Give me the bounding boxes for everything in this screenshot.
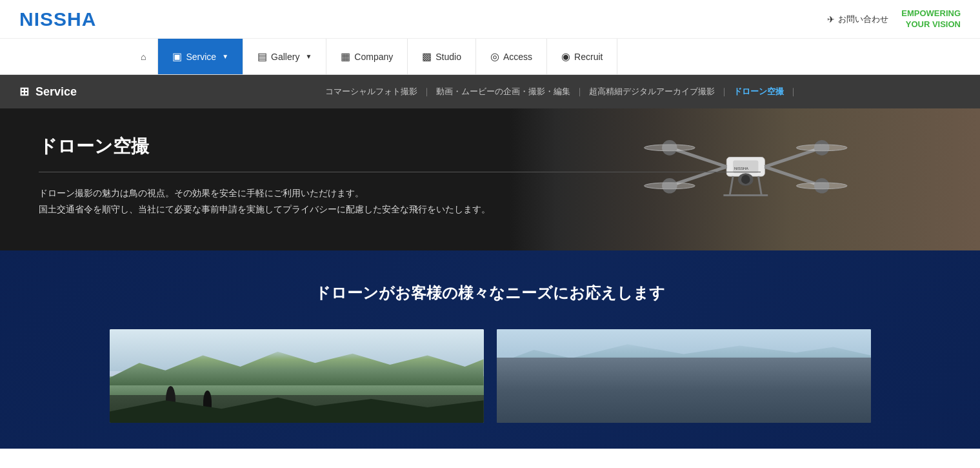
hero-section: NISSHA ドローン空撮 ドローン撮影の魅力は鳥の視点。その効果を安全に手軽に…	[0, 108, 980, 250]
blue-section: ドローンがお客様の様々なニーズにお応えします	[0, 250, 980, 449]
nav-label-company: Company	[354, 52, 393, 62]
service-link-digital[interactable]: 超高精細デジタルアーカイブ撮影	[589, 86, 715, 97]
nav-label-access: Access	[503, 52, 532, 62]
hero-text-line1: ドローン撮影の魅力は鳥の視点。その効果を安全に手軽にご利用いただけます。	[39, 188, 364, 198]
service-section-title: ⊞ Service	[19, 85, 148, 99]
separator-3: ｜	[720, 86, 728, 97]
header: NISSHA ✈ お問い合わせ EMPOWERING YOUR VISION	[0, 0, 980, 39]
nav-item-service[interactable]: ▣ Service ▼	[158, 39, 243, 74]
contact-label: お問い合わせ	[838, 14, 888, 25]
nav-item-recruit[interactable]: ◉ Recruit	[547, 39, 617, 74]
nav-label-gallery: Gallery	[271, 52, 299, 62]
access-nav-icon: ◎	[490, 50, 499, 63]
main-nav: ⌂ ▣ Service ▼ ▤ Gallery ▼ ▦ Company ▩ St…	[0, 39, 980, 75]
nav-label-studio: Studio	[435, 52, 461, 62]
service-title-icon: ⊞	[19, 85, 29, 99]
studio-nav-icon: ▩	[422, 50, 432, 63]
service-dropdown-arrow: ▼	[222, 53, 228, 60]
nav-item-studio[interactable]: ▩ Studio	[408, 39, 476, 74]
nav-item-gallery[interactable]: ▤ Gallery ▼	[243, 39, 326, 74]
hero-divider	[39, 172, 761, 172]
separator-4: ｜	[789, 86, 797, 97]
gallery-nav-icon: ▤	[257, 50, 267, 63]
nav-label-service: Service	[186, 52, 216, 62]
gallery-image-right	[497, 329, 871, 423]
gallery-dropdown-arrow: ▼	[305, 53, 312, 60]
hero-content: ドローン空撮 ドローン撮影の魅力は鳥の視点。その効果を安全に手軽にご利用いただけ…	[0, 108, 980, 243]
hero-text: ドローン撮影の魅力は鳥の視点。その効果を安全に手軽にご利用いただけます。 国土交…	[39, 185, 941, 218]
company-nav-icon: ▦	[341, 50, 350, 63]
service-link-commercial[interactable]: コマーシャルフォト撮影	[325, 86, 417, 97]
separator-1: ｜	[423, 86, 431, 97]
image-gallery	[103, 329, 877, 423]
hero-title: ドローン空撮	[39, 134, 941, 159]
header-right: ✈ お問い合わせ EMPOWERING YOUR VISION	[827, 8, 961, 30]
nav-label-recruit: Recruit	[574, 52, 603, 62]
service-link-video[interactable]: 動画・ムービーの企画・撮影・編集	[436, 86, 570, 97]
logo: NISSHA	[19, 8, 96, 30]
home-icon: ⌂	[141, 52, 146, 62]
service-subheader: ⊞ Service コマーシャルフォト撮影 ｜ 動画・ムービーの企画・撮影・編集…	[0, 75, 980, 108]
blue-section-title: ドローンがお客様の様々なニーズにお応えします	[315, 283, 665, 303]
gallery-image-left	[110, 329, 484, 423]
nav-item-home[interactable]: ⌂	[129, 39, 158, 74]
nav-item-access[interactable]: ◎ Access	[476, 39, 547, 74]
separator-2: ｜	[575, 86, 584, 97]
service-link-drone[interactable]: ドローン空撮	[734, 86, 784, 97]
empowering-tagline: EMPOWERING YOUR VISION	[901, 8, 961, 30]
service-nav-links: コマーシャルフォト撮影 ｜ 動画・ムービーの企画・撮影・編集 ｜ 超高精細デジタ…	[161, 86, 961, 97]
recruit-nav-icon: ◉	[561, 50, 570, 63]
hero-text-line2: 国土交通省令を順守し、当社にて必要な事前申請を実施してプライバシーに配慮した安全…	[39, 204, 490, 214]
service-nav-icon: ▣	[172, 50, 182, 63]
contact-icon: ✈	[827, 14, 835, 25]
contact-link[interactable]: ✈ お問い合わせ	[827, 14, 888, 25]
service-title-text: Service	[35, 85, 77, 99]
nav-item-company[interactable]: ▦ Company	[326, 39, 408, 74]
